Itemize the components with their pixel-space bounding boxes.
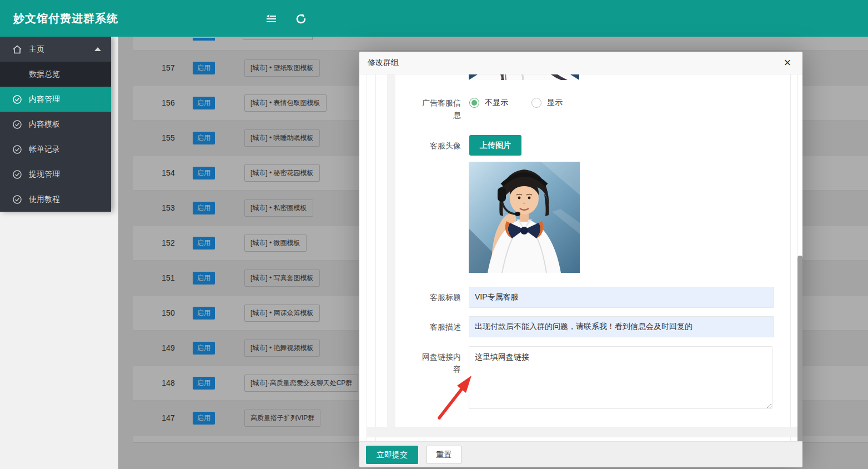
avatar-image-clipped <box>469 74 579 80</box>
sidebar-item-label: 使用教程 <box>29 194 60 204</box>
check-circle-icon <box>12 169 22 179</box>
sidebar-item-label: 内容模板 <box>29 119 60 129</box>
customer-service-avatar <box>469 162 580 273</box>
modal-scrollbar[interactable] <box>797 256 802 466</box>
sidebar-item-label: 主页 <box>29 44 44 54</box>
app-header: 妙文馆付费进群系统 <box>0 0 868 37</box>
radio-unselected-icon <box>531 98 541 108</box>
modal-body: 广告客服信息 不显示 显示 客服头像 上传图片 <box>359 74 802 441</box>
refresh-icon[interactable] <box>295 13 307 25</box>
field-label-service-desc: 客服描述 <box>420 321 461 333</box>
check-circle-icon <box>12 119 22 129</box>
app-title: 妙文馆付费进群系统 <box>13 11 118 26</box>
close-icon[interactable]: × <box>780 56 795 71</box>
sidebar-item-label: 内容管理 <box>29 94 60 104</box>
field-label-netdisk: 网盘链接内容 <box>420 351 461 375</box>
sidebar-item-content-manage[interactable]: 内容管理 <box>0 87 111 112</box>
service-desc-input[interactable] <box>469 316 774 337</box>
radio-label: 不显示 <box>485 98 508 108</box>
sidebar-item-overview[interactable]: 数据总览 <box>0 62 111 87</box>
sidebar-item-home[interactable]: 主页 <box>0 37 111 62</box>
collapse-menu-icon[interactable] <box>265 13 277 25</box>
collapse-arrow-icon <box>94 47 101 51</box>
radio-selected-icon <box>469 98 479 108</box>
reset-button[interactable]: 重置 <box>427 446 461 464</box>
ad-info-radio-group: 不显示 显示 <box>469 98 586 108</box>
edit-group-modal: 修改群组 × 广告客服信息 <box>359 52 802 467</box>
sidebar-item-label: 帐单记录 <box>29 144 60 154</box>
field-label-service-title: 客服标题 <box>420 291 461 303</box>
field-label-ad-info: 广告客服信息 <box>420 97 461 121</box>
radio-hide[interactable]: 不显示 <box>469 98 508 108</box>
app: 妙文馆付费进群系统 主页 数据总览 <box>0 0 868 469</box>
sidebar-item-billing[interactable]: 帐单记录 <box>0 137 111 162</box>
netdisk-link-textarea[interactable]: 这里填网盘链接 <box>469 346 772 409</box>
modal-titlebar: 修改群组 <box>359 52 802 74</box>
modal-footer: 立即提交 重置 <box>359 441 802 467</box>
panel-border <box>790 74 791 441</box>
service-title-input[interactable] <box>469 287 774 308</box>
panel-footer-space <box>367 427 797 437</box>
sidebar-item-label: 提现管理 <box>29 169 60 179</box>
submit-button[interactable]: 立即提交 <box>366 446 418 464</box>
modal-title: 修改群组 <box>368 58 399 68</box>
sidebar-item-tutorial[interactable]: 使用教程 <box>0 187 111 212</box>
sidebar-item-content-template[interactable]: 内容模板 <box>0 112 111 137</box>
home-icon <box>12 44 22 54</box>
check-circle-icon <box>12 144 22 154</box>
check-circle-icon <box>12 194 22 204</box>
panel-border <box>375 74 376 441</box>
sidebar-item-label: 数据总览 <box>29 69 60 79</box>
upload-image-button[interactable]: 上传图片 <box>469 135 521 156</box>
panel-border <box>367 74 367 441</box>
check-circle-icon <box>12 94 22 104</box>
sidebar-item-withdraw[interactable]: 提现管理 <box>0 162 111 187</box>
radio-label: 显示 <box>547 98 563 108</box>
panel-gutter <box>387 74 395 427</box>
field-label-avatar: 客服头像 <box>420 139 461 152</box>
sidebar: 主页 数据总览 内容管理 内容模板 <box>0 37 111 212</box>
radio-show[interactable]: 显示 <box>531 98 563 108</box>
